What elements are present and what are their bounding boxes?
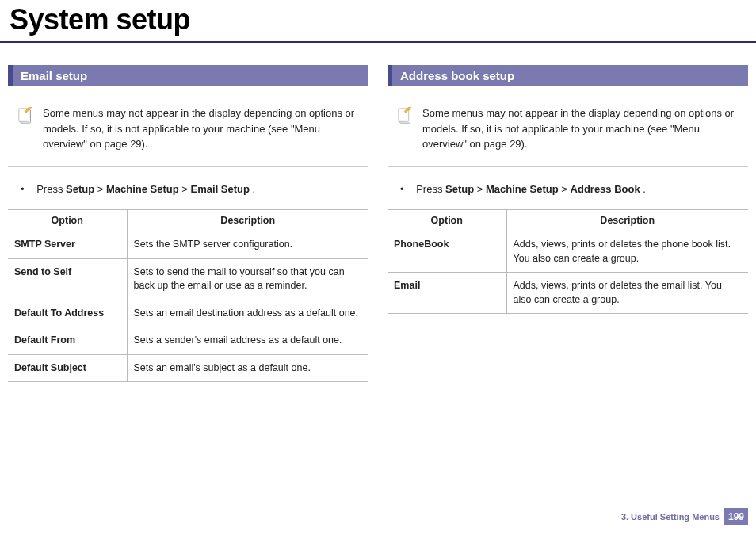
email-setup-heading: Email setup xyxy=(8,65,368,86)
table-row: EmailAdds, views, prints or deletes the … xyxy=(388,273,748,314)
opt-cell: SMTP Server xyxy=(8,231,127,259)
th-description: Description xyxy=(506,210,748,231)
desc-cell: Sets a sender's email address as a defau… xyxy=(127,327,368,355)
path-sep: > xyxy=(94,183,106,195)
th-option: Option xyxy=(8,210,127,231)
address-book-heading: Address book setup xyxy=(388,65,748,86)
table-row: Send to SelfSets to send the mail to you… xyxy=(8,258,368,300)
path-setup: Setup xyxy=(445,183,474,195)
path-addressbook: Address Book xyxy=(571,183,640,195)
address-instruction: • Press Setup > Machine Setup > Address … xyxy=(388,182,748,210)
desc-cell: Sets an email's subject as a default one… xyxy=(127,354,368,382)
table-row: SMTP ServerSets the SMTP server configur… xyxy=(8,231,368,259)
address-note-text: Some menus may not appear in the display… xyxy=(422,105,742,152)
desc-cell: Sets an email destination address as a d… xyxy=(127,300,368,327)
opt-cell: PhoneBook xyxy=(388,231,506,273)
email-instruction: • Press Setup > Machine Setup > Email Se… xyxy=(8,182,368,210)
path-machine: Machine Setup xyxy=(486,183,559,195)
press-label: Press xyxy=(36,183,66,195)
press-label: Press xyxy=(416,183,445,195)
bullet-icon: • xyxy=(21,183,25,195)
left-column: Email setup Some menus may not appear in… xyxy=(8,65,368,382)
path-emailsetup: Email Setup xyxy=(191,183,250,195)
table-row: PhoneBookAdds, views, prints or deletes … xyxy=(388,231,748,273)
period: . xyxy=(250,183,255,195)
chapter-label: 3. Useful Setting Menus xyxy=(621,512,720,522)
note-icon xyxy=(17,107,35,126)
email-options-table: Option Description SMTP ServerSets the S… xyxy=(8,209,368,382)
table-row: Default SubjectSets an email's subject a… xyxy=(8,354,368,382)
right-column: Address book setup Some menus may not ap… xyxy=(388,65,748,382)
note-icon xyxy=(397,107,414,126)
desc-cell: Sets the SMTP server configuration. xyxy=(127,231,368,259)
th-option: Option xyxy=(388,210,506,231)
path-sep: > xyxy=(559,183,571,195)
email-note-text: Some menus may not appear in the display… xyxy=(43,105,362,152)
opt-cell: Default From xyxy=(8,327,127,355)
table-row: Default To AddressSets an email destinat… xyxy=(8,300,368,327)
path-sep: > xyxy=(179,183,191,195)
path-machine: Machine Setup xyxy=(106,183,179,195)
opt-cell: Default To Address xyxy=(8,300,127,327)
desc-cell: Adds, views, prints or deletes the phone… xyxy=(506,231,748,273)
desc-cell: Sets to send the mail to yourself so tha… xyxy=(127,258,368,300)
path-setup: Setup xyxy=(66,183,94,195)
page-footer: 3. Useful Setting Menus 199 xyxy=(621,508,748,525)
opt-cell: Email xyxy=(388,273,506,314)
bullet-icon: • xyxy=(400,183,404,195)
th-description: Description xyxy=(127,210,368,231)
period: . xyxy=(640,183,646,195)
content-columns: Email setup Some menus may not appear in… xyxy=(0,43,756,382)
opt-cell: Default Subject xyxy=(8,354,127,382)
opt-cell: Send to Self xyxy=(8,258,127,300)
path-sep: > xyxy=(474,183,486,195)
address-options-table: Option Description PhoneBookAdds, views,… xyxy=(388,209,748,314)
email-note-box: Some menus may not appear in the display… xyxy=(8,86,368,167)
desc-cell: Adds, views, prints or deletes the email… xyxy=(506,273,748,314)
address-note-box: Some menus may not appear in the display… xyxy=(388,86,748,167)
page-number: 199 xyxy=(724,508,748,525)
table-row: Default FromSets a sender's email addres… xyxy=(8,327,368,355)
page-title: System setup xyxy=(0,0,756,43)
